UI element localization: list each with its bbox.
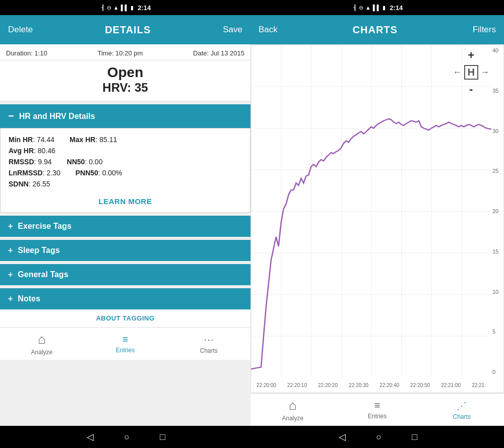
notes-title: Notes (18, 294, 40, 303)
right-charts-icon: ⋰ (457, 400, 467, 412)
x-label-4: 22:20:30 (349, 382, 368, 388)
status-bar-right: ┨ ⊖ ▲ ▌▌ ▮ 2:14 (252, 0, 504, 15)
right-analyze-label: Analyze (282, 415, 303, 422)
sleep-expand-icon: + (8, 246, 13, 255)
entries-label: Entries (116, 347, 135, 354)
sdnn-val: 26.55 (32, 180, 50, 188)
back-nav-left[interactable]: ◁ (87, 431, 94, 442)
analyze-label: Analyze (31, 349, 52, 356)
x-label-7: 22:21:00 (441, 382, 461, 388)
right-nav-entries[interactable]: ≡ Entries (335, 394, 420, 426)
sleep-tags-section[interactable]: + Sleep Tags (0, 240, 250, 261)
bottom-nav: ⌂ Analyze ≡ Entries ⋯ Charts (0, 327, 250, 360)
bluetooth-icon-right: ┨ (353, 5, 357, 11)
y-label-15: 15 (492, 248, 502, 254)
right-charts-label: Charts (453, 413, 471, 420)
right-bottom-nav: ⌂ Analyze ≡ Entries ⋰ Charts (250, 393, 504, 426)
y-label-40: 40 (492, 47, 502, 53)
general-tags-section[interactable]: + General Tags (0, 264, 250, 285)
left-panel: Delete DETAILS Save Duration: 1:10 Time:… (0, 15, 250, 426)
y-label-10: 10 (492, 289, 502, 295)
bluetooth-icon: ┨ (101, 5, 105, 11)
sdnn-item: SDNN: 26.55 (9, 180, 50, 188)
right-nav-charts[interactable]: ⋰ Charts (419, 394, 504, 426)
date-label: Date: Jul 13 2015 (193, 49, 244, 57)
filters-button[interactable]: Filters (473, 25, 496, 35)
y-label-20: 20 (492, 208, 502, 214)
android-nav-right: ◁ ○ □ (252, 426, 504, 448)
y-label-35: 35 (492, 88, 502, 94)
min-hr-val: 74.44 (37, 136, 54, 144)
x-label-1: 22:20:00 (257, 382, 276, 388)
wifi-icon: ▲ (113, 5, 119, 11)
nav-entries[interactable]: ≡ Entries (84, 328, 167, 360)
nav-analyze[interactable]: ⌂ Analyze (0, 328, 84, 360)
home-nav-left[interactable]: ○ (124, 432, 130, 442)
duration-label: Duration: 1:10 (6, 49, 47, 57)
time-left: 2:14 (138, 4, 151, 12)
hr-details-card: Min HR: 74.44 Max HR: 85.11 Avg HR: 80.4… (0, 128, 250, 213)
pan-right-button[interactable]: → (480, 67, 489, 78)
rmssd-val: 9.94 (38, 158, 51, 166)
nn50-item: NN50: 0.00 (67, 158, 103, 166)
about-tagging[interactable]: ABOUT TAGGING (0, 309, 250, 327)
nn50-label: NN50 (67, 158, 85, 166)
x-label-3: 22:20:20 (318, 382, 338, 388)
zoom-in-button[interactable]: + (468, 49, 474, 62)
notes-section[interactable]: + Notes (0, 288, 250, 309)
zoom-out-button[interactable]: - (469, 83, 473, 96)
avg-hr-label: Avg HR (9, 147, 34, 155)
reading-label: Open (0, 65, 250, 81)
max-hr-item: Max HR: 85.11 (70, 136, 117, 144)
x-label-5: 22:20:40 (380, 382, 399, 388)
minus-icon: ⊖ (107, 5, 111, 11)
avg-hr-item: Avg HR: 80.46 (9, 147, 55, 155)
recent-nav-right[interactable]: □ (412, 432, 417, 442)
learn-more-container: LEARN MORE (9, 191, 242, 209)
x-label-8: 22:21: (472, 382, 486, 388)
details-title: DETAILS (105, 24, 151, 36)
home-nav-right[interactable]: ○ (376, 432, 382, 442)
signal-icon-right: ▌▌ (373, 5, 381, 11)
back-nav-right[interactable]: ◁ (339, 431, 346, 442)
back-button[interactable]: Back (259, 25, 278, 35)
pan-label: H (464, 65, 478, 80)
minus-icon-right: ⊖ (359, 5, 363, 11)
charts-label: Charts (200, 347, 218, 354)
charts-title: CHARTS (353, 24, 398, 36)
exercise-expand-icon: + (8, 222, 13, 231)
save-button[interactable]: Save (223, 25, 242, 35)
nav-charts[interactable]: ⋯ Charts (167, 328, 250, 360)
min-hr-item: Min HR: 74.44 (9, 136, 54, 144)
learn-more-link[interactable]: LEARN MORE (99, 197, 152, 206)
max-hr-val: 85.11 (99, 136, 117, 144)
nn50-val: 0.00 (89, 158, 102, 166)
exercise-tags-title: Exercise Tags (18, 222, 71, 231)
right-header: Back CHARTS Filters (250, 15, 504, 44)
status-bar-left: ┨ ⊖ ▲ ▌▌ ▮ 2:14 (0, 0, 252, 15)
entries-icon: ≡ (122, 334, 129, 345)
right-nav-analyze[interactable]: ⌂ Analyze (250, 394, 335, 426)
lnrmssd-item: LnRMSSD: 2.30 (9, 169, 60, 177)
lnrmssd-label: LnRMSSD (9, 169, 43, 177)
pnn50-item: PNN50: 0.00% (76, 169, 122, 177)
delete-button[interactable]: Delete (8, 25, 33, 35)
y-label-25: 25 (492, 168, 502, 174)
recent-nav-left[interactable]: □ (160, 432, 165, 442)
signal-icon: ▌▌ (121, 5, 129, 11)
battery-icon-right: ▮ (383, 5, 386, 11)
pnn50-label: PNN50 (76, 169, 98, 177)
time-label: Time: 10:20 pm (97, 49, 143, 57)
y-label-0: 0 (492, 369, 502, 375)
y-label-5: 5 (492, 329, 502, 335)
avg-hr-val: 80.46 (38, 147, 55, 155)
time-right: 2:14 (390, 4, 403, 12)
hr-hrv-section-header[interactable]: − HR and HRV Details (0, 104, 250, 128)
sdnn-label: SDNN (9, 180, 29, 188)
x-label-2: 22:20:10 (287, 382, 307, 388)
battery-icon: ▮ (131, 5, 134, 11)
exercise-tags-section[interactable]: + Exercise Tags (0, 216, 250, 237)
pnn50-val: 0.00% (102, 169, 122, 177)
hr-hrv-title: HR and HRV Details (19, 112, 95, 121)
pan-left-button[interactable]: ← (453, 67, 462, 78)
